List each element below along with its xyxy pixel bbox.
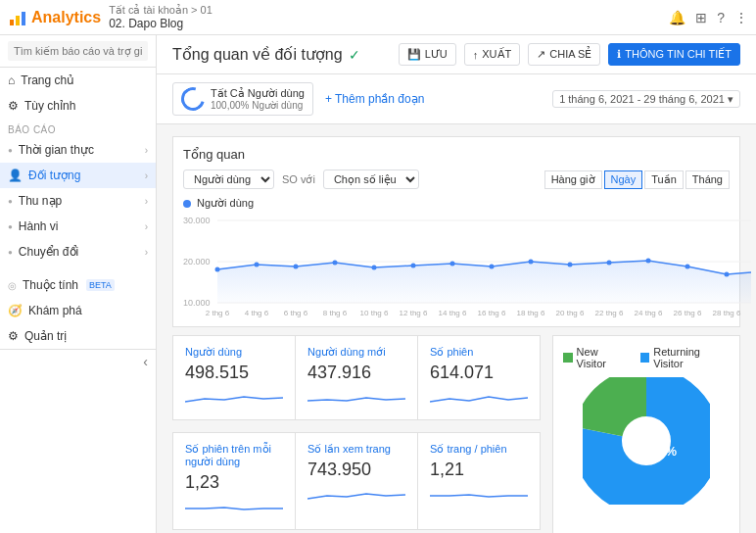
attributes-icon: ◎	[8, 280, 17, 291]
sidebar-item-home[interactable]: ⌂ Trang chủ	[0, 68, 156, 93]
help-icon[interactable]: ?	[717, 10, 725, 25]
expand-icon: ›	[145, 170, 148, 181]
sidebar-item-label: Trang chủ	[21, 73, 74, 87]
more-icon[interactable]: ⋮	[734, 10, 748, 25]
main-layout: ⌂ Trang chủ ⚙ Tùy chỉnh BÁO CÁO ● Thời g…	[0, 35, 756, 533]
svg-point-9	[215, 267, 220, 272]
app-header: Analytics Tất cả tài khoản > 01 02. Dapo…	[0, 0, 756, 35]
metric-label: Người dùng mới	[307, 346, 405, 359]
sidebar-item-audience[interactable]: 👤 Đối tượng ›	[0, 163, 156, 188]
sidebar-collapse-button[interactable]: ‹	[0, 349, 156, 373]
sidebar-item-label: Đối tượng	[28, 169, 80, 182]
analytics-logo-icon	[8, 8, 27, 27]
svg-point-16	[490, 265, 495, 269]
svg-text:16 thg 6: 16 thg 6	[478, 309, 506, 317]
sidebar-item-label: Tùy chỉnh	[24, 99, 75, 113]
date-range-selector[interactable]: 1 tháng 6, 2021 - 29 tháng 6, 2021 ▾	[552, 90, 740, 108]
svg-point-14	[411, 264, 416, 268]
person-icon: 👤	[8, 169, 23, 182]
sidebar-item-realtime[interactable]: ● Thời gian thực ›	[0, 137, 156, 163]
sidebar-item-customize[interactable]: ⚙ Tùy chỉnh	[0, 93, 156, 119]
metrics-section: Người dùng 498.515 Người dùng mới 437.91…	[172, 335, 541, 533]
metrics-row-1: Người dùng 498.515 Người dùng mới 437.91…	[172, 335, 541, 420]
vs-label: SO với	[282, 173, 315, 186]
header-actions: 🔔 ⊞ ? ⋮	[669, 10, 748, 25]
info-button[interactable]: ℹ THÔNG TIN CHI TIẾT	[608, 43, 740, 66]
export-icon: ↑	[473, 49, 479, 61]
bell-icon[interactable]: 🔔	[669, 10, 685, 25]
pie-chart-section: New Visitor Returning Visitor 22%	[552, 335, 740, 533]
metric-value: 743.950	[307, 460, 405, 480]
metric-new-users: Người dùng mới 437.916	[296, 336, 418, 419]
pie-legend-new: New Visitor	[563, 346, 629, 369]
metric-label: Số trang / phiên	[430, 443, 528, 456]
svg-text:28 thg 6: 28 thg 6	[713, 309, 741, 317]
content-area: Tổng quan Người dùng SO với Chọn số liệu…	[157, 124, 756, 533]
metric-pages-per-session: Số trang / phiên 1,21	[418, 433, 540, 529]
sidebar-item-admin[interactable]: ⚙ Quản trị	[0, 323, 156, 349]
sidebar-item-label: Khám phá	[28, 304, 82, 317]
expand-icon: ›	[145, 145, 148, 156]
sidebar-item-label: Chuyển đổi	[19, 245, 78, 259]
metric-value: 1,23	[185, 472, 283, 493]
sidebar-item-behavior[interactable]: ● Hành vi ›	[0, 214, 156, 239]
legend-dot-icon	[183, 200, 191, 208]
sidebar-item-explore[interactable]: 🧭 Khám phá	[0, 298, 156, 323]
returning-visitor-color	[640, 353, 650, 363]
page-header: Tổng quan về đối tượng ✓ 💾 LƯU ↑ XUẤT ↗ …	[157, 35, 756, 74]
svg-rect-0	[10, 20, 14, 25]
sidebar-item-acquisition[interactable]: ● Thu nạp ›	[0, 188, 156, 214]
pie-chart: 22% 78%	[583, 377, 710, 505]
overview-title: Tổng quan	[183, 147, 730, 162]
apps-grid-icon[interactable]: ⊞	[695, 10, 707, 25]
expand-icon: ›	[145, 221, 148, 232]
realtime-icon: ●	[8, 146, 13, 155]
svg-point-20	[646, 259, 651, 264]
save-button[interactable]: 💾 LƯU	[399, 43, 456, 66]
save-icon: 💾	[407, 48, 421, 61]
svg-text:78%: 78%	[651, 444, 677, 459]
sidebar-bottom: ◎ Thuộc tính BETA 🧭 Khám phá ⚙ Quản trị	[0, 272, 156, 349]
page-title: Tổng quan về đối tượng ✓	[172, 45, 399, 64]
sidebar-item-attributes[interactable]: ◎ Thuộc tính BETA	[0, 272, 156, 298]
svg-text:10.000: 10.000	[183, 298, 211, 308]
svg-text:12 thg 6: 12 thg 6	[400, 309, 428, 317]
sidebar-search-container	[0, 35, 156, 68]
hourly-button[interactable]: Hàng giờ	[544, 170, 602, 189]
svg-point-13	[372, 266, 377, 270]
metric-value: 1,21	[430, 460, 528, 480]
svg-text:22%: 22%	[637, 421, 658, 433]
metric-select[interactable]: Người dùng	[183, 170, 274, 189]
sidebar-item-label: Hành vi	[19, 219, 59, 233]
svg-text:10 thg 6: 10 thg 6	[360, 309, 389, 317]
share-button[interactable]: ↗ CHIA SẺ	[528, 43, 600, 66]
metric-users: Người dùng 498.515	[173, 336, 296, 419]
sparkline-icon	[185, 387, 283, 407]
weekly-button[interactable]: Tuần	[644, 170, 684, 189]
sidebar-item-label: Thu nạp	[19, 194, 62, 208]
pie-legend: New Visitor Returning Visitor	[563, 346, 730, 369]
acquisition-icon: ●	[8, 197, 13, 206]
compare-metric-select[interactable]: Chọn số liệu	[323, 170, 419, 189]
daily-button[interactable]: Ngày	[604, 170, 643, 189]
page-actions: 💾 LƯU ↑ XUẤT ↗ CHIA SẺ ℹ THÔNG TIN CHI T…	[399, 43, 740, 66]
svg-text:4 thg 6: 4 thg 6	[245, 309, 269, 317]
conversion-icon: ●	[8, 248, 13, 257]
svg-point-18	[568, 263, 573, 267]
segment-all-users[interactable]: Tất Cả Người dùng 100,00% Người dùng	[172, 82, 313, 116]
app-name: Analytics	[31, 9, 101, 26]
add-segment-button[interactable]: + Thêm phần đoạn	[325, 92, 425, 106]
chart-area: Người dùng 30.000 20.000 10.000	[183, 197, 730, 316]
svg-text:20.000: 20.000	[183, 257, 211, 266]
sidebar-item-conversion[interactable]: ● Chuyển đổi ›	[0, 239, 156, 265]
search-input[interactable]	[8, 41, 148, 61]
behavior-icon: ●	[8, 222, 13, 231]
metrics-row-2: Số phiên trên mỗi người dùng 1,23 Số lần…	[172, 432, 541, 530]
monthly-button[interactable]: Tháng	[685, 170, 730, 189]
main-content: Tổng quan về đối tượng ✓ 💾 LƯU ↑ XUẤT ↗ …	[157, 35, 756, 533]
segment-label: Tất Cả Người dùng	[211, 87, 305, 100]
metric-label: Số lần xem trang	[307, 443, 405, 456]
export-button[interactable]: ↑ XUẤT	[464, 43, 521, 66]
svg-rect-2	[22, 12, 25, 25]
metric-value: 437.916	[307, 363, 405, 383]
